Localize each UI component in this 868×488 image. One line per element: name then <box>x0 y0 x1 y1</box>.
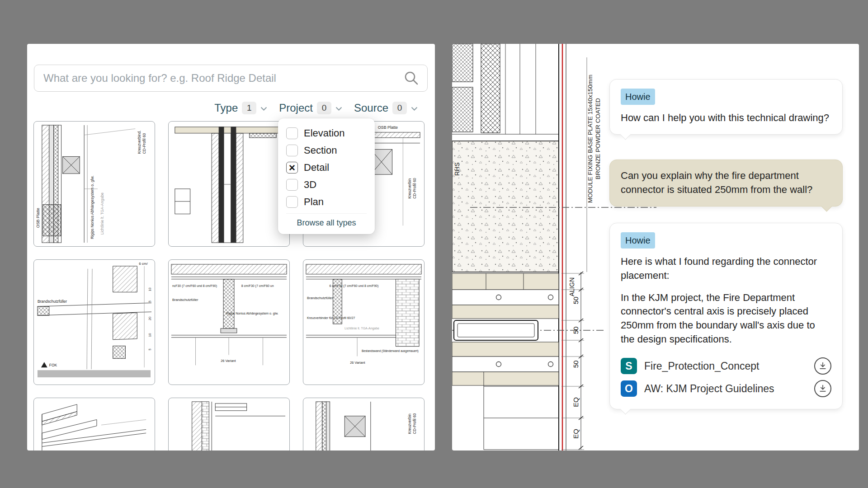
type-filter-menu: Elevation Section ✕ Detail 3D Plan Brows… <box>278 118 375 234</box>
result-thumbnail-2[interactable] <box>168 121 290 247</box>
drawing-label: CD-Profil 60 <box>142 133 146 154</box>
browse-all-types-link[interactable]: Browse all types <box>286 213 367 230</box>
chevron-down-icon <box>335 107 342 111</box>
result-thumbnail-4[interactable]: Brandschutzfüller FOK 6 cm/ 10 5 20 10 5 <box>33 259 155 385</box>
drawing-label: Brandschutzfüller <box>307 296 333 300</box>
checkbox-plan[interactable] <box>286 196 298 208</box>
drawing-annotation: MODULE FIXING BASE PLATE 15x40x150mm <box>587 75 594 203</box>
bot-name-badge: Howie <box>621 232 655 249</box>
result-thumbnail-9[interactable]: OSB Platte ngesystem o. glw. Kreuzverbin… <box>303 398 425 450</box>
attachment-kjm-project-guidelines[interactable]: O AW: KJM Project Guidelines <box>621 377 831 400</box>
bot-message-body: In the KJM project, the Fire Department … <box>621 291 831 347</box>
dimension-label: ALIGN <box>568 277 576 296</box>
drawing-label: 10 <box>148 333 152 337</box>
download-button[interactable] <box>814 380 831 397</box>
outlook-icon: O <box>621 380 637 397</box>
app-icon-letter: S <box>625 359 632 373</box>
drawing-label: 26 Variant <box>350 361 365 365</box>
user-message-text: Can you explain why the fire department … <box>621 169 831 197</box>
type-option-section[interactable]: Section <box>286 142 367 159</box>
type-option-label: 3D <box>304 179 316 191</box>
type-option-elevation[interactable]: Elevation <box>286 125 367 142</box>
checkbox-elevation[interactable] <box>286 127 298 139</box>
dimension-label: 50 <box>572 297 580 305</box>
bot-message: Howie How can I help you with this techn… <box>609 79 843 135</box>
thumbnail-drawing <box>42 125 135 243</box>
thumbnail-drawing <box>192 402 285 450</box>
thumbnail-drawing <box>306 264 421 356</box>
drawing-label: Lichtlinie lt. TGA-Angabe <box>100 192 104 235</box>
drawing-label: FOK <box>49 363 57 367</box>
drawing-label: 5 <box>148 300 152 302</box>
filter-project-label: Project <box>279 102 313 114</box>
sharepoint-icon: S <box>621 358 637 374</box>
thumbnail-drawing <box>175 127 283 243</box>
result-thumbnail-6[interactable]: 6 cm/F30 (7 cm/F60 und 8 cm/F90) Brandsc… <box>303 259 425 385</box>
drawing-label: OSB Platte <box>378 125 398 130</box>
search-input[interactable] <box>42 71 404 85</box>
filter-source-count: 0 <box>392 102 407 114</box>
bot-message-intro: Here is what I found regarding the conne… <box>621 255 831 283</box>
thumbnail-drawing <box>42 404 146 450</box>
drawing-label: Kreuzverbin <box>407 178 412 198</box>
attachment-name: AW: KJM Project Guidelines <box>644 381 807 396</box>
drawing-label: Rigips Nonius Abhängesystem o. glw. <box>90 176 94 239</box>
checkbox-mark: ✕ <box>288 164 296 172</box>
dimension-label: EQ <box>572 429 580 439</box>
drawing-annotation: BRONZE POWDER COATED <box>594 98 601 179</box>
download-button[interactable] <box>814 357 831 375</box>
drawing-label: 26 Variant <box>221 359 236 363</box>
app-icon-letter: O <box>625 381 633 396</box>
drawing-label: OSB Platte <box>36 208 40 228</box>
drawing-label: 6 cm/ <box>139 262 148 266</box>
filter-project[interactable]: Project 0 <box>279 102 342 114</box>
drawing-label: CD-Profil 60 <box>412 178 417 199</box>
drawing-label: Lichtlinie lt. TGA-Angabe <box>344 327 379 330</box>
filter-source-label: Source <box>354 102 388 114</box>
type-option-label: Section <box>304 145 337 156</box>
result-thumbnail-8[interactable] <box>168 398 290 450</box>
bot-message-text: How can I help you with this technical d… <box>621 111 831 125</box>
download-icon <box>818 361 827 371</box>
chevron-down-icon <box>411 107 418 111</box>
drawing-label: 8 cm/F30 (7 cm/F60 un <box>241 284 274 288</box>
thumbnail-drawing <box>38 266 151 377</box>
drawing-label: Brandschutzfüller <box>38 299 67 304</box>
attachment-name: Fire_Protection_Concept <box>644 359 807 373</box>
drawing-label: CD-Profil 60 <box>412 413 417 434</box>
desktop-background: Type 1 Project 0 Source 0 <box>0 0 868 488</box>
drawing-label: 20 <box>148 317 152 320</box>
result-thumbnail-7[interactable] <box>33 398 155 450</box>
drawing-label: Bestandswand (Ständerwand ausgemauert) <box>362 349 419 353</box>
checkbox-section[interactable] <box>286 145 298 156</box>
bot-name-badge: Howie <box>621 89 655 105</box>
filter-type-count: 1 <box>242 102 256 114</box>
type-option-3d[interactable]: 3D <box>286 176 367 193</box>
checkbox-detail[interactable]: ✕ <box>286 162 298 174</box>
filter-project-count: 0 <box>317 102 331 114</box>
drawing-label: 5 <box>148 348 152 350</box>
drawing-label: 6 cm/F30 (7 cm/F60 und 8 cm/F90) <box>330 284 379 288</box>
filter-type-label: Type <box>214 102 238 114</box>
search-panel: Type 1 Project 0 Source 0 <box>27 44 435 450</box>
attachment-fire-protection-concept[interactable]: S Fire_Protection_Concept <box>621 355 831 377</box>
chat-panel: Howie How can I help you with this techn… <box>609 44 843 450</box>
type-option-detail[interactable]: ✕ Detail <box>286 159 367 176</box>
search-bar[interactable] <box>34 65 428 92</box>
drawing-label: Kreuzverbin <box>407 413 412 434</box>
bot-message: Howie Here is what I found regarding the… <box>609 223 843 409</box>
filter-source[interactable]: Source 0 <box>354 102 418 114</box>
chevron-down-icon <box>260 107 267 111</box>
result-thumbnail-5[interactable]: ncF30 (7 cm/F60 und 8 cm/F90) 8 cm/F30 (… <box>168 259 290 385</box>
checkbox-3d[interactable] <box>286 179 298 191</box>
drawing-label: ncF30 (7 cm/F60 und 8 cm/F90) <box>172 284 217 288</box>
type-option-plan[interactable]: Plan <box>286 193 367 211</box>
drawing-label: Kreuzverbinder für CD-Profil 60/27 <box>307 316 355 319</box>
drawing-label: Kreuzverbind. <box>137 131 142 154</box>
type-option-label: Detail <box>304 162 329 174</box>
filter-type[interactable]: Type 1 <box>214 102 267 114</box>
drawing-label: 10 <box>148 287 152 291</box>
dimension-label: 50 <box>572 327 580 334</box>
result-thumbnail-1[interactable]: OSB Platte Rigips Nonius Abhängesystem o… <box>33 121 155 247</box>
search-icon[interactable] <box>404 70 419 86</box>
